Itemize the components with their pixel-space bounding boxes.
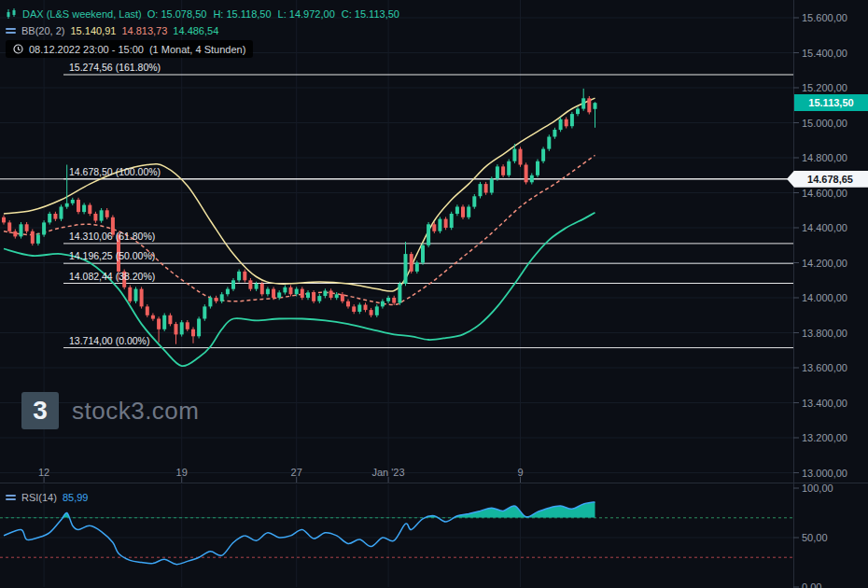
ohlc-values: O: 15.078,50H: 15.118,50L: 14.972,00C: 1…: [147, 8, 406, 20]
crosshair-time-tooltip: 08.12.2022 23:00 - 15:00 (1 Monat, 4 Stu…: [6, 40, 253, 58]
symbol-name: DAX (L&S weekend, Last): [22, 8, 142, 20]
chart-window: DAX (L&S weekend, Last) O: 15.078,50H: 1…: [0, 0, 868, 588]
legend: DAX (L&S weekend, Last) O: 15.078,50H: 1…: [6, 7, 406, 58]
bb-indicator-name: BB(20, 2): [21, 25, 64, 36]
high-value: H: 15.118,50: [213, 8, 271, 20]
chart-canvas[interactable]: [0, 0, 868, 588]
bb-lower-value: 14.486,54: [173, 25, 218, 36]
candles: [2, 89, 597, 344]
bb-middle-band: [4, 155, 595, 304]
bb-upper-value: 15.140,91: [70, 25, 116, 36]
bb-lower-band: [4, 213, 595, 367]
indicator-lines-icon: [6, 28, 16, 34]
stock3-logo-icon: 3: [21, 392, 59, 429]
low-value: L: 14.972,00: [278, 8, 335, 20]
symbol-legend-row[interactable]: DAX (L&S weekend, Last) O: 15.078,50H: 1…: [6, 7, 406, 21]
bb-middle-value: 14.813,73: [121, 25, 167, 36]
chart-range: (1 Monat, 4 Stunden): [149, 44, 245, 55]
rsi-value: 85,99: [63, 492, 89, 503]
last-price-tag: 15.113,50: [794, 94, 868, 111]
rsi-legend-row[interactable]: RSI(14) 85,99: [6, 492, 88, 503]
candlestick-icon: [6, 8, 17, 20]
close-value: C: 15.113,50: [342, 8, 399, 20]
price-level-tag: 14.678,65: [787, 171, 868, 188]
logo-glyph: 3: [33, 396, 48, 426]
indicator-lines-icon: [6, 495, 16, 500]
rsi-indicator-name: RSI(14): [21, 492, 57, 503]
bb-legend-row[interactable]: BB(20, 2) 15.140,91 14.813,73 14.486,54: [6, 23, 406, 37]
crosshair-datetime: 08.12.2022 23:00 - 15:00: [29, 44, 144, 55]
rsi-overbought-fill: [4, 502, 595, 565]
clock-icon: [13, 44, 23, 54]
open-value: O: 15.078,50: [147, 8, 207, 20]
watermark-site-name: stock3.com: [72, 397, 200, 426]
watermark: 3 stock3.com: [21, 392, 200, 429]
